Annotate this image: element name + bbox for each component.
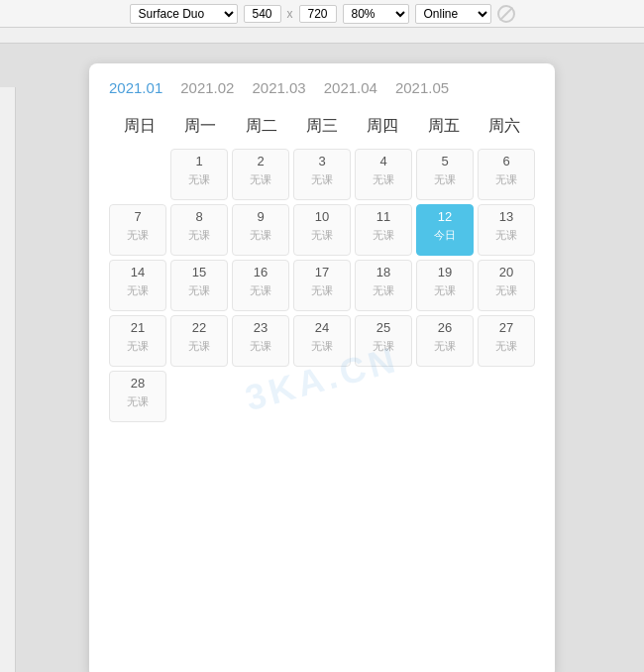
calendar: 2021.01 2021.02 2021.03 2021.04 2021.05 … [89,63,555,438]
zoom-selector[interactable]: 80% [343,4,409,24]
cal-cell-13[interactable]: 13无课 [478,204,535,256]
cal-cell-15[interactable]: 15无课 [170,260,228,311]
cal-cell-4[interactable]: 4无课 [355,149,412,200]
cal-cell-17[interactable]: 17无课 [293,260,351,311]
cal-cell-empty-5 [355,371,412,422]
month-tab-mar[interactable]: 2021.03 [252,79,305,96]
height-input[interactable] [299,5,337,23]
weekday-mon: 周一 [169,110,230,143]
cal-cell-26[interactable]: 26无课 [416,315,474,367]
cal-cell-6[interactable]: 6无课 [478,149,535,200]
month-tab-jan[interactable]: 2021.01 [109,79,162,96]
cal-cell-22[interactable]: 22无课 [170,315,228,367]
cal-cell-27[interactable]: 27无课 [478,315,535,367]
weekday-wed: 周三 [291,110,352,143]
phone-frame: 2021.01 2021.02 2021.03 2021.04 2021.05 … [89,63,555,672]
cal-cell-empty-6 [416,371,474,422]
weekday-fri: 周五 [413,110,474,143]
cal-cell-9[interactable]: 9无课 [232,204,289,256]
cal-cell-19[interactable]: 19无课 [416,260,474,311]
cal-cell-3[interactable]: 3无课 [293,149,351,200]
weekday-sun: 周日 [109,110,169,143]
cal-cell-23[interactable]: 23无课 [232,315,289,367]
canvas-area: 2021.01 2021.02 2021.03 2021.04 2021.05 … [0,44,644,672]
calendar-grid: 1无课 2无课 3无课 4无课 5无课 6无课 7无课 8无课 9无课 10无课… [109,149,535,422]
weekday-sat: 周六 [475,110,535,143]
cal-cell-empty-3 [232,371,289,422]
cal-cell-24[interactable]: 24无课 [293,315,351,367]
cal-cell-empty-2 [170,371,228,422]
width-input[interactable] [244,5,281,23]
cal-cell-20[interactable]: 20无课 [478,260,535,311]
cal-cell-18[interactable]: 18无课 [355,260,412,311]
weekday-thu: 周四 [353,110,413,143]
cal-cell-empty-4 [293,371,351,422]
cal-cell-1[interactable]: 1无课 [170,149,228,200]
cal-cell-7[interactable]: 7无课 [109,204,166,256]
toolbar: Surface Duo x 80% Online [0,0,644,28]
cal-cell-28[interactable]: 28无课 [109,371,166,422]
cal-cell-8[interactable]: 8无课 [170,204,228,256]
month-tab-feb[interactable]: 2021.02 [180,79,234,96]
cal-cell-10[interactable]: 10无课 [293,204,351,256]
weekday-tue: 周二 [231,110,291,143]
cal-cell-25[interactable]: 25无课 [355,315,412,367]
month-tabs: 2021.01 2021.02 2021.03 2021.04 2021.05 [109,79,535,96]
cal-cell-16[interactable]: 16无课 [232,260,289,311]
month-tab-apr[interactable]: 2021.04 [324,79,377,96]
cal-cell-2[interactable]: 2无课 [232,149,289,200]
weekday-headers: 周日 周一 周二 周三 周四 周五 周六 [109,110,535,143]
cal-cell-11[interactable]: 11无课 [355,204,412,256]
cal-cell-5[interactable]: 5无课 [416,149,474,200]
cal-cell-empty-1 [109,149,166,200]
device-selector[interactable]: Surface Duo [130,4,238,24]
status-selector[interactable]: Online [415,4,491,24]
no-throttle-button[interactable] [497,5,515,23]
month-tab-may[interactable]: 2021.05 [395,79,449,96]
ruler-horizontal [0,28,644,44]
cal-cell-21[interactable]: 21无课 [109,315,166,367]
cal-cell-14[interactable]: 14无课 [109,260,166,311]
ruler-vertical [0,87,16,672]
cal-cell-12-today[interactable]: 12今日 [416,204,474,256]
dimension-separator: x [287,7,293,21]
cal-cell-empty-7 [478,371,535,422]
